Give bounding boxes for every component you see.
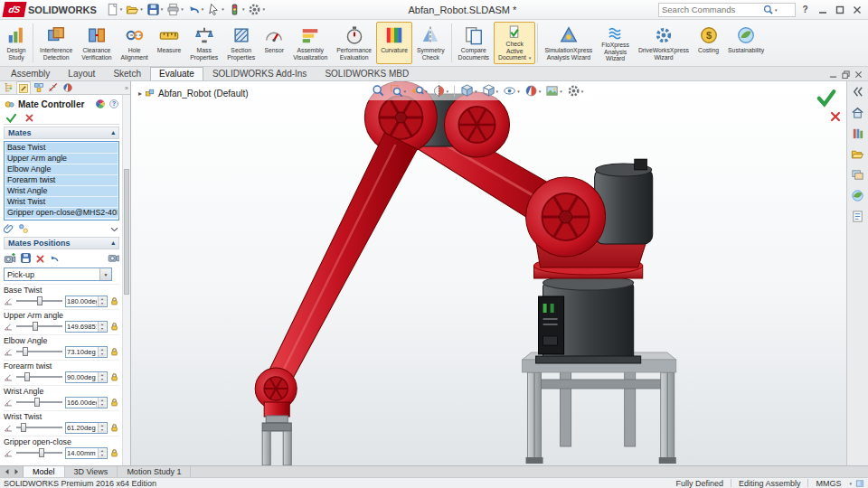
mate-value-input[interactable]: [66, 448, 98, 458]
search-commands-box[interactable]: ▾: [658, 3, 796, 17]
search-input[interactable]: [662, 5, 763, 14]
view-orientation-button[interactable]: ▾: [459, 83, 478, 99]
status-pane-icon[interactable]: [855, 479, 864, 488]
tab-evaluate[interactable]: Evaluate: [150, 67, 203, 80]
mate-slider[interactable]: [15, 321, 63, 332]
mate-item[interactable]: Forearm twist: [5, 175, 118, 185]
manager-tab-display-manager[interactable]: [61, 81, 74, 94]
spinner[interactable]: ▴▾: [98, 398, 106, 408]
spinner[interactable]: ▴▾: [98, 347, 106, 357]
measure-button[interactable]: Measure: [153, 22, 185, 64]
doc-tab-motion-study-1[interactable]: Motion Study 1: [118, 466, 191, 477]
mate-slider[interactable]: [15, 397, 63, 408]
design-study-button[interactable]: DesignStudy: [2, 22, 31, 64]
tab-nav-buttons[interactable]: [0, 466, 24, 477]
help-button[interactable]: ?: [797, 3, 813, 17]
manager-tab-feature-tree[interactable]: [2, 81, 14, 94]
mate-slider[interactable]: [15, 296, 63, 306]
panel-cancel-button[interactable]: [24, 113, 34, 123]
doc-tab-model[interactable]: Model: [24, 466, 65, 477]
doc-restore-icon[interactable]: [842, 70, 850, 79]
robot-3d-model[interactable]: [131, 81, 846, 465]
collapse-button[interactable]: [851, 85, 864, 99]
mate-item[interactable]: Gripper open-close@MHS2-40D-1@: [5, 208, 118, 218]
tab-prev-icon[interactable]: [4, 468, 11, 475]
view-palette-button[interactable]: [851, 168, 864, 182]
robot-base-pedestal[interactable]: [536, 276, 641, 363]
tree-expand-icon[interactable]: ▸: [138, 89, 142, 98]
position-select[interactable]: Pick-up ▼: [4, 267, 112, 281]
symmetry-check-button[interactable]: SymmetryCheck: [412, 22, 449, 64]
sensor-button[interactable]: Sensor: [259, 22, 288, 64]
clearance-verification-button[interactable]: ClearanceVerification: [77, 22, 116, 64]
gripper[interactable]: [262, 416, 291, 465]
mate-item[interactable]: Wrist Twist: [5, 197, 118, 207]
mate-value-input[interactable]: [66, 398, 98, 408]
mate-item[interactable]: Upper Arm angle: [5, 154, 118, 164]
positions-section-header[interactable]: Mates Positions ▴: [4, 237, 119, 249]
select-arrow-button[interactable]: ▾: [205, 2, 226, 17]
undo-button[interactable]: ▾: [185, 2, 206, 17]
curvature-button[interactable]: Curvature: [376, 22, 412, 64]
new-document-button[interactable]: ▾: [104, 2, 125, 17]
open-document-button[interactable]: ▾: [124, 2, 145, 17]
group-mates-button[interactable]: [18, 222, 29, 234]
forearm[interactable]: [265, 133, 417, 389]
section-properties-button[interactable]: SectionProperties: [222, 22, 259, 64]
doc-tab-3d-views[interactable]: 3D Views: [65, 466, 118, 477]
panel-help-icon[interactable]: ?: [108, 99, 119, 109]
rebuild-button[interactable]: ▾: [226, 2, 247, 17]
manager-tab-dimxpert-manager[interactable]: [47, 81, 60, 94]
edit-appearance-button[interactable]: ▾: [524, 83, 542, 99]
shoulder-motor[interactable]: [595, 159, 653, 244]
manager-tab-property-manager[interactable]: [16, 81, 31, 94]
collect-mates-button[interactable]: [4, 222, 14, 234]
status-fully-defined[interactable]: Fully Defined: [668, 479, 731, 488]
panel-scrollbar[interactable]: [122, 95, 130, 465]
compare-documents-button[interactable]: CompareDocuments: [454, 22, 494, 64]
view-settings-button[interactable]: ▾: [566, 83, 585, 99]
tab-sketch[interactable]: Sketch: [104, 67, 150, 80]
wrist-joint[interactable]: [255, 368, 297, 417]
doc-minimize-icon[interactable]: [829, 70, 837, 79]
tab-assembly[interactable]: Assembly: [2, 67, 59, 80]
apply-scene-button[interactable]: ▾: [544, 83, 563, 99]
hide-show-items-button[interactable]: ▾: [502, 83, 521, 99]
tab-next-icon[interactable]: [13, 468, 20, 475]
spinner[interactable]: ▴▾: [98, 322, 106, 332]
mate-slider[interactable]: [15, 346, 63, 357]
update-position-button[interactable]: [20, 252, 32, 265]
home-button[interactable]: [851, 106, 864, 119]
status-mmgs[interactable]: MMGS: [808, 479, 848, 488]
mate-item[interactable]: Wrist Angle: [5, 186, 118, 196]
lock-button[interactable]: [109, 371, 119, 383]
custom-properties-button[interactable]: [851, 210, 864, 223]
options-button[interactable]: ▾: [246, 2, 267, 17]
section-view-button[interactable]: ▾: [431, 83, 450, 99]
confirm-cancel-button[interactable]: [829, 110, 842, 125]
design-library-button[interactable]: [851, 127, 864, 140]
mate-slider[interactable]: [15, 422, 63, 433]
slider-handle[interactable]: [34, 398, 40, 407]
tab-layout[interactable]: Layout: [59, 67, 104, 80]
performance-evaluation-button[interactable]: PerformanceEvaluation: [332, 22, 376, 64]
driveworksxpress-wizard-button[interactable]: DriveWorksXpressWizard: [634, 22, 693, 64]
mass-properties-button[interactable]: MassProperties: [185, 22, 222, 64]
tab-solidworks-add-ins[interactable]: SOLIDWORKS Add-Ins: [203, 67, 316, 80]
mate-value-input[interactable]: [66, 347, 98, 357]
delete-position-button[interactable]: [35, 252, 45, 264]
snapshot-button[interactable]: [108, 252, 119, 265]
slider-handle[interactable]: [37, 296, 42, 305]
lock-button[interactable]: [109, 447, 119, 459]
spinner[interactable]: ▴▾: [98, 448, 106, 458]
lock-button[interactable]: [109, 397, 119, 408]
robot-stand[interactable]: [523, 352, 676, 464]
minimize-button[interactable]: [815, 3, 830, 17]
zoom-fit-button[interactable]: [371, 83, 386, 99]
slider-handle[interactable]: [23, 347, 28, 356]
mate-value-input[interactable]: [66, 322, 98, 332]
dropdown-caret-icon[interactable]: ▼: [99, 268, 111, 280]
slider-handle[interactable]: [24, 372, 30, 381]
hole-alignment-button[interactable]: HoleAlignment: [117, 22, 153, 64]
units-caret-icon[interactable]: ▾: [849, 481, 852, 486]
